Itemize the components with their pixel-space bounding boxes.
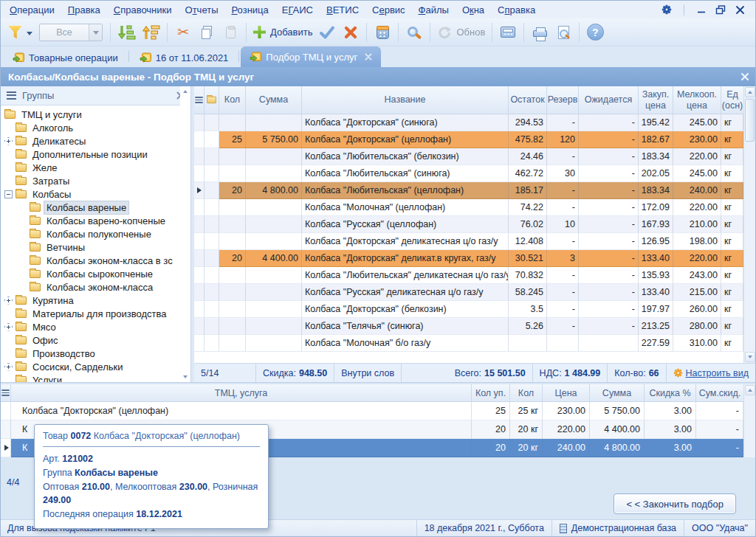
tree-node[interactable]: Колбасы — [1, 187, 190, 201]
copy-button[interactable] — [195, 21, 219, 44]
view-filter-combobox[interactable]: Все — [39, 24, 103, 41]
table-row[interactable]: 255 750.00Колбаса "Докторская" (целлофан… — [194, 131, 743, 148]
tree-node[interactable]: Желе — [1, 161, 190, 174]
refresh-button[interactable]: Обнов — [434, 21, 488, 44]
tab[interactable]: Товарные операции — [4, 48, 127, 67]
scroll-up-button[interactable] — [745, 385, 755, 395]
group-column-header[interactable] — [205, 86, 219, 114]
menu-item[interactable]: Отчеты — [179, 2, 225, 18]
tree-node[interactable]: Сосиски, Сардельки — [1, 360, 190, 373]
tree-scrollbar[interactable] — [180, 86, 190, 382]
document-close-icon[interactable] — [740, 72, 749, 81]
menu-item[interactable]: ЕГАИС — [275, 2, 320, 18]
tree-node[interactable]: Колбасы полукопченые — [1, 227, 190, 240]
column-header-discount[interactable]: Скидка % — [645, 384, 696, 401]
scroll-up-icon[interactable] — [183, 88, 188, 93]
menu-item[interactable]: ВЕТИС — [320, 2, 365, 18]
menu-item[interactable]: Розница — [224, 2, 275, 18]
help-button[interactable]: ? — [583, 21, 607, 44]
menu-item[interactable]: Окна — [456, 2, 491, 18]
column-header-stock[interactable]: Остаток — [509, 86, 547, 114]
table-row[interactable]: Колбаса "Молочная" (целлофан)74.22--172.… — [194, 199, 743, 216]
tree-node[interactable]: Колбасы сырокопченые — [1, 267, 190, 280]
delete-button[interactable] — [371, 21, 394, 44]
column-header-sum[interactable]: Сумма — [590, 384, 645, 401]
table-row[interactable]: Колбаса "Русская" (целлофан)76.0210-167.… — [194, 216, 743, 233]
tree-node[interactable]: Деликатесы — [1, 134, 190, 148]
filter-button[interactable] — [5, 21, 35, 44]
close-button[interactable] — [730, 1, 749, 18]
confirm-button[interactable] — [315, 21, 339, 44]
expand-icon[interactable] — [4, 323, 13, 331]
tree-node[interactable]: Материалы для производства — [1, 307, 190, 320]
minimize-button[interactable] — [692, 1, 711, 18]
print-button[interactable] — [528, 21, 551, 44]
menu-item[interactable]: Справочники — [107, 2, 179, 18]
table-row[interactable]: Колбаса "Молочная" б/о газ/у227.59310.00… — [194, 335, 743, 352]
tree-node[interactable]: Курятина — [1, 294, 190, 307]
column-header-name[interactable]: Название — [302, 86, 509, 114]
tree-node[interactable]: Дополнительные позиции — [1, 148, 190, 161]
column-header-sum[interactable]: Сумма — [246, 86, 302, 114]
expand-icon[interactable] — [4, 297, 13, 305]
menu-item[interactable]: Файлы — [412, 2, 456, 18]
scroll-up-button[interactable] — [745, 87, 755, 97]
tree-node[interactable]: Алкоголь — [1, 121, 190, 134]
column-header-price[interactable]: Цена — [543, 384, 590, 401]
table-menu-cell[interactable] — [1, 384, 11, 401]
tree-node[interactable]: Офис — [1, 333, 190, 347]
table-row[interactable]: 204 800.00Колбаса "Любительская" (целлоф… — [194, 182, 743, 199]
column-header-reserve[interactable]: Резерв — [547, 86, 579, 114]
column-header-qty[interactable]: Кол — [219, 86, 246, 114]
table-row[interactable]: Колбаса "Любительская" (синюга)462.7230-… — [194, 165, 743, 182]
paste-button[interactable] — [219, 21, 242, 44]
tree-node[interactable]: ТМЦ и услуги — [1, 108, 190, 121]
expand-icon[interactable] — [4, 363, 13, 371]
tree-node[interactable]: Затраты — [1, 174, 190, 187]
table-row[interactable]: Колбаса "Докторская" деликатесная ц/о га… — [194, 233, 743, 250]
column-header-item[interactable]: ТМЦ, услуга — [11, 384, 472, 401]
expand-icon[interactable] — [4, 137, 13, 145]
restore-button[interactable] — [711, 1, 730, 18]
products-scrollbar[interactable] — [743, 86, 755, 363]
selection-scrollbar[interactable] — [743, 384, 755, 457]
table-row[interactable]: Колбаса "Докторская" (белкозин)3.5--197.… — [194, 301, 743, 318]
tree-node[interactable]: Колбасы эконом-класса — [1, 280, 190, 294]
collapse-icon[interactable] — [4, 190, 13, 198]
finish-selection-button[interactable]: < < Закончить подбор — [614, 493, 736, 514]
tree-node[interactable]: Производство — [1, 347, 190, 360]
tab[interactable]: Подбор ТМЦ и услуг — [241, 46, 381, 67]
tree-node[interactable]: Услуги — [1, 373, 190, 382]
menu-item[interactable]: Сервис — [365, 2, 412, 18]
column-header-qty[interactable]: Кол — [510, 384, 543, 401]
tab[interactable]: 16 от 11.06.2021 — [131, 48, 238, 67]
scroll-down-button[interactable] — [745, 352, 755, 362]
tree-node[interactable]: Колбасы варено-копченые — [1, 214, 190, 227]
search-button[interactable] — [402, 21, 426, 44]
sort-ascending-button[interactable] — [114, 21, 139, 44]
column-header-packs[interactable]: Кол уп. — [472, 384, 510, 401]
panel-menu-icon[interactable] — [7, 91, 16, 100]
tree-node[interactable]: Ветчины — [1, 240, 190, 254]
tab-close-icon[interactable] — [365, 53, 372, 60]
menu-item[interactable]: Операции — [3, 2, 61, 18]
table-row[interactable]: Колбаса "Любительская" (белкозин)24.46--… — [194, 148, 743, 165]
table-row[interactable]: Колбаса "Любительская" деликатесная ц/о … — [194, 267, 743, 284]
scroll-thumb[interactable] — [745, 99, 755, 142]
column-header-purchase-price[interactable]: Закуп. цена — [639, 86, 673, 114]
tree-node[interactable]: Колбасы вареные — [1, 201, 190, 214]
add-button[interactable]: Добавить — [250, 21, 315, 44]
table-row[interactable]: 204 400.00Колбаса "Докторская" деликат.в… — [194, 250, 743, 267]
table-row[interactable]: Колбаса "Русская" деликатесная ц/о газ/у… — [194, 284, 743, 301]
tree-node[interactable]: Мясо — [1, 320, 190, 333]
sort-descending-button[interactable] — [139, 21, 163, 44]
combobox-dropdown-button[interactable] — [89, 24, 102, 41]
table-row[interactable]: Колбаса "Телячья" (синюга)5.26--213.2528… — [194, 318, 743, 335]
cancel-button[interactable] — [339, 21, 362, 44]
tree-node[interactable]: Колбасы эконом-класса в зс — [1, 254, 190, 267]
calculator-button[interactable] — [496, 21, 520, 44]
column-header-expected[interactable]: Ожидается — [579, 86, 639, 114]
settings-gear-icon[interactable] — [657, 1, 676, 18]
scroll-down-icon[interactable] — [183, 375, 188, 381]
column-header-unit[interactable]: Ед (осн) — [721, 86, 743, 114]
